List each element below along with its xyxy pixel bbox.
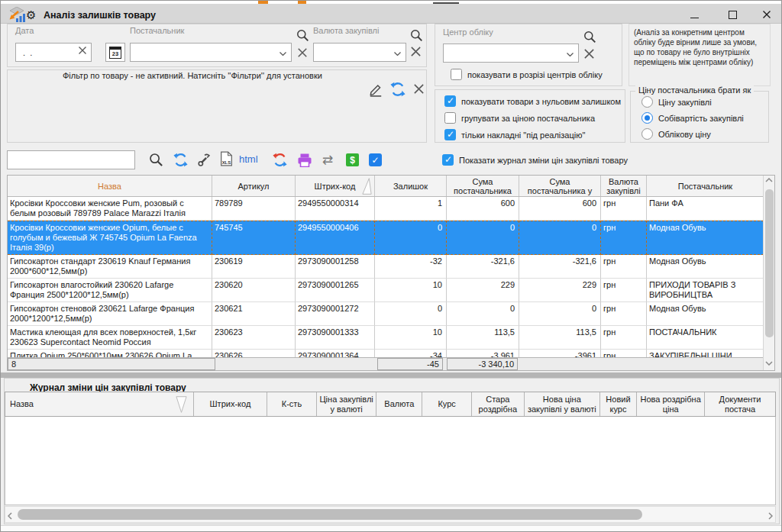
supplier-clear-icon[interactable] [297, 47, 308, 58]
scroll-right-icon[interactable] [768, 512, 773, 520]
cell-sku[interactable]: 230619 [212, 255, 296, 279]
date-clear-icon[interactable] [78, 46, 87, 55]
currency-clear-icon[interactable] [410, 46, 422, 57]
refresh-icon[interactable] [173, 153, 188, 167]
table-row[interactable]: Плитка Opium 250*600*10мм 230626 Opium L… [8, 350, 774, 357]
table-row[interactable]: Гипсокартон влагостойкий 230620 Lafarge … [8, 279, 774, 302]
cell-barcode[interactable]: 2973090001265 [296, 279, 375, 302]
cell-name[interactable]: Гипсокартон стеновой 230621 Lafarge Фран… [8, 302, 212, 326]
cell-barcode[interactable]: 2949550000314 [296, 197, 375, 221]
cell-remainder[interactable]: -34 [375, 350, 447, 357]
cell-name[interactable]: Гипсокартон стандарт 230619 Knauf Герман… [8, 255, 212, 279]
group-by-price-checkbox-row[interactable]: групувати за ціною постачальника [444, 112, 595, 124]
calendar-button[interactable]: 23 [105, 43, 125, 62]
price-receipt-icon[interactable]: $ [346, 153, 359, 166]
journal-column-new-retail[interactable]: Нова роздрібна ціна [637, 392, 705, 416]
cell-remainder[interactable]: -32 [375, 255, 447, 279]
cell-remainder[interactable]: 10 [375, 326, 447, 350]
cell-name[interactable]: Гипсокартон влагостойкий 230620 Lafarge … [8, 279, 212, 302]
table-row[interactable]: Кросівки Кроссовки женские Pum, розовый … [8, 197, 774, 221]
table-row[interactable]: Гипсокартон стеновой 230621 Lafarge Фран… [8, 302, 774, 326]
accounting-center-combobox[interactable] [443, 44, 579, 63]
cell-supplier-sum-cur[interactable]: 0 [519, 302, 601, 326]
table-row[interactable]: Мастика клеющая для всех поверхностей, 1… [8, 326, 774, 350]
column-header-sku[interactable]: Артикул [212, 176, 296, 196]
column-header-barcode[interactable]: Штрих-код [296, 176, 375, 196]
cell-supplier-sum[interactable]: 113,5 [447, 326, 519, 350]
column-header-supplier-sum[interactable]: Сума постачальника [447, 176, 519, 196]
horizontal-scrollbar-thumb[interactable] [18, 509, 642, 520]
cell-name[interactable]: Кросівки Кроссовки женские Opium, белые … [8, 221, 212, 255]
cell-currency[interactable]: грн [601, 255, 647, 279]
search-icon[interactable] [149, 153, 163, 167]
accounting-center-search-icon[interactable] [583, 31, 596, 44]
column-header-supplier-sum-cur[interactable]: Сума постачальника у [519, 176, 601, 196]
cell-sku[interactable]: 745745 [212, 221, 296, 255]
column-header-name[interactable]: Назва [8, 176, 212, 196]
cell-supplier-sum[interactable]: 229 [447, 279, 519, 302]
journal-column-purchase-price[interactable]: Ціна закупівлі у валюті [317, 392, 376, 416]
currency-search-icon[interactable] [410, 29, 423, 42]
scroll-down-icon[interactable] [765, 361, 773, 366]
cell-sku[interactable]: 230623 [212, 326, 296, 350]
reload-data-icon[interactable] [273, 153, 287, 167]
cell-supplier[interactable]: Модная Обувь [647, 255, 764, 279]
only-consignment-checkbox-row[interactable]: тільки накладні "під реалізацію" [444, 129, 585, 140]
cell-barcode[interactable]: 2973090001272 [296, 302, 375, 326]
cell-currency[interactable]: грн [601, 279, 647, 302]
cell-supplier-sum[interactable]: 0 [447, 302, 519, 326]
edit-filter-icon[interactable] [368, 82, 383, 97]
zero-remainder-checkbox[interactable] [444, 95, 456, 107]
cell-supplier-sum-cur[interactable]: 0 [519, 221, 601, 255]
splitter-bar[interactable] [1, 372, 782, 378]
scroll-left-icon[interactable] [8, 512, 12, 520]
price-mode-cost-row[interactable]: Собівартість закупівлі [641, 112, 744, 124]
group-by-price-checkbox[interactable] [444, 112, 456, 124]
zero-remainder-checkbox-row[interactable]: показувати товари з нульовим залишком [444, 95, 621, 107]
cell-supplier-sum-cur[interactable]: 113,5 [519, 326, 601, 350]
transfer-icon[interactable]: ⇄ [322, 153, 333, 166]
tools-icon[interactable] [197, 153, 212, 167]
price-mode-purchase-row[interactable]: Ціну закупівлі [641, 96, 712, 108]
cell-currency[interactable]: грн [601, 302, 647, 326]
cell-barcode[interactable]: 2949550000406 [296, 221, 375, 255]
per-center-checkbox[interactable] [451, 69, 462, 80]
cell-barcode[interactable]: 2973090001258 [296, 255, 375, 279]
cell-currency[interactable]: грн [601, 221, 647, 255]
journal-column-currency[interactable]: Валюта [376, 392, 422, 416]
cell-name[interactable]: Мастика клеющая для всех поверхностей, 1… [8, 326, 212, 350]
cell-name[interactable]: Плитка Opium 250*600*10мм 230626 Opium L… [8, 350, 212, 357]
cell-sku[interactable]: 789789 [212, 197, 296, 221]
cell-sku[interactable]: 230621 [212, 302, 296, 326]
price-mode-cost-radio[interactable] [641, 112, 653, 124]
currency-combobox[interactable] [313, 43, 406, 62]
only-consignment-checkbox[interactable] [444, 129, 456, 140]
maximize-button[interactable] [721, 7, 744, 22]
cell-sku[interactable]: 230620 [212, 279, 296, 302]
column-header-currency[interactable]: Валюта закупівлі [601, 176, 647, 196]
cell-remainder[interactable]: 0 [375, 221, 447, 255]
table-row[interactable]: Гипсокартон стандарт 230619 Knauf Герман… [8, 255, 774, 279]
vertical-scrollbar[interactable] [763, 176, 774, 370]
export-xls-icon[interactable]: XLS [220, 151, 233, 166]
cell-name[interactable]: Кросівки Кроссовки женские Pum, розовый … [8, 197, 212, 221]
per-center-checkbox-row[interactable]: показувати в розрізі центрів обліку [451, 69, 603, 80]
cell-remainder[interactable]: 1 [375, 197, 447, 221]
scroll-up-icon[interactable] [765, 178, 773, 182]
price-mode-accounting-row[interactable]: Облікову ціну [641, 128, 711, 140]
cell-supplier[interactable]: ЗАКУПІВЕЛЬНІ ЦІНИ [647, 350, 764, 357]
cell-barcode[interactable]: 2973090001333 [296, 326, 375, 350]
table-row[interactable]: Кросівки Кроссовки женские Opium, белые … [8, 221, 774, 255]
sort-triangle-icon[interactable] [361, 177, 373, 197]
horizontal-scrollbar[interactable] [5, 506, 776, 523]
clear-filter-icon[interactable] [413, 83, 425, 95]
refresh-filter-icon[interactable] [390, 82, 406, 97]
minimize-button[interactable] [683, 7, 706, 22]
journal-column-qty[interactable]: К-сть [267, 392, 317, 416]
accounting-center-clear-icon[interactable] [583, 48, 595, 60]
cell-supplier-sum[interactable]: -321,6 [447, 255, 519, 279]
cell-remainder[interactable]: 0 [375, 302, 447, 326]
search-input[interactable] [7, 150, 135, 169]
journal-column-name[interactable]: Назва [5, 392, 194, 416]
supplier-combobox[interactable] [130, 43, 292, 62]
